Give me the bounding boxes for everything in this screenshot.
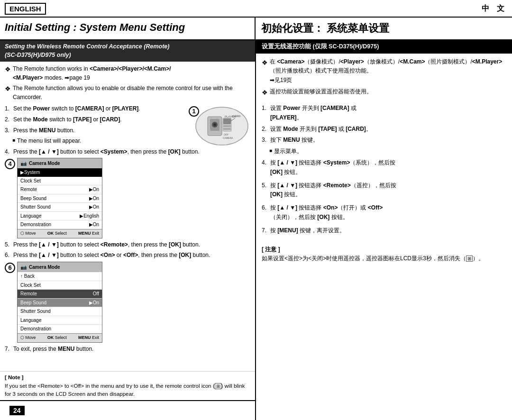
page: ENGLISH 中 文 Initial Setting : System Men… — [0, 0, 512, 420]
note-label: [ Note ] — [5, 374, 24, 380]
camera-diagram: PLAYER OFF CAMERA CARD — [193, 105, 250, 147]
right-step-text-2: 设置 Mode 开关到 [TAPE] 或 [CARD]。 — [270, 125, 372, 134]
svg-point-4 — [213, 123, 216, 126]
bullet-item-2: ❖ The Remote function allows you to enab… — [5, 84, 250, 101]
step-text-4: Press the [▲ / ▼] button to select <Syst… — [13, 147, 200, 156]
menu-row-demo-1: Demonstration▶On — [18, 220, 102, 229]
right-step-3: 3. 按下 MENU 按键。 — [262, 136, 506, 145]
right-step-num-2: 2. — [262, 125, 270, 134]
menu-row-remote-2: RemoteOff — [18, 290, 102, 299]
right-step-text-7: 按 [MENU] 按键，离开设置。 — [270, 226, 345, 236]
menu-row-remote-1: Remote▶On — [18, 185, 102, 194]
diamond-bullet-icon: ❖ — [5, 64, 11, 75]
menu-box-2-header: 📷 Camera Mode — [18, 262, 102, 272]
right-step-num-6: 6. — [262, 203, 270, 213]
right-step-text-3: 按下 MENU 按键。 — [270, 136, 319, 145]
right-step-6: 6. 按 [▲ / ▼] 按钮选择 <On>（打开）或 <Off>（关闭），然后… — [262, 203, 506, 222]
right-step-num-4: 4. — [262, 158, 270, 168]
step-text-1: Set the Power switch to [CAMERA] or [PLA… — [13, 104, 140, 113]
menu-row-beep-1: Beep Sound▶On — [18, 194, 102, 203]
menu-row-language-2: Language — [18, 316, 102, 325]
svg-text:CAMERA: CAMERA — [223, 137, 233, 139]
top-header: ENGLISH 中 文 — [0, 0, 512, 18]
left-header-line1: Setting the Wireless Remote Control Acce… — [5, 43, 169, 50]
menu-footer-2: ⬡ Move OK Select MENU Exit — [18, 333, 102, 342]
left-header-line2: (SC-D375(H)/D975 only) — [5, 52, 71, 58]
right-step-text-1: 设置 Power 开关到 [CAMERA] 或[PLAYER]。 — [270, 104, 357, 123]
step-3-sub: ■ The menu list will appear. — [12, 137, 189, 146]
menu-row-system: ▶System — [18, 168, 102, 177]
right-step-4: 4. 按 [▲ / ▼] 按钮选择 <System>（系统），然后按[OK] 按… — [262, 158, 506, 177]
step-num-2: 2. — [5, 115, 13, 124]
bullet-text-2: The Remote function allows you to enable… — [13, 84, 250, 101]
chinese-header-label: 中 文 — [482, 4, 507, 14]
main-title-row: Initial Setting : System Menu Setting 初始… — [0, 18, 512, 40]
right-column: 设置无线遥控功能 (仅限 SC-D375(H)/D975) ❖ 在 <Camer… — [256, 40, 512, 420]
svg-text:CARD: CARD — [232, 115, 241, 118]
bullet-text-1: The Remote function works in <Camera>/<P… — [13, 64, 171, 82]
english-badge: ENGLISH — [5, 3, 46, 15]
left-section-header: Setting the Wireless Remote Control Acce… — [0, 40, 255, 62]
menu-box-1-header: 📷 Camera Mode — [18, 158, 102, 168]
menu-row-demo-2: Demonstration — [18, 325, 102, 333]
step-2: 2. Set the Mode switch to [TAPE] or [CAR… — [5, 115, 189, 124]
note-section: [ Note ] If you set the <Remote> to <Off… — [0, 371, 255, 400]
menu-row-back: ↑ Back — [18, 272, 102, 281]
step-circle-4: 4 — [5, 159, 15, 169]
menu-footer-1: ⬡ Move OK Select MENU Exit — [18, 229, 102, 238]
svg-rect-7 — [223, 125, 231, 127]
square-bullet-icon: ■ — [12, 137, 15, 144]
step-text-2: Set the Mode switch to [TAPE] or [CARD]. — [13, 115, 122, 124]
right-square-bullet: ■ — [269, 147, 272, 155]
camera-icon-1: 📷 — [20, 159, 27, 167]
svg-rect-6 — [223, 119, 231, 124]
right-note-text: 如果设置<遥控>为<关闭>时使用遥控器，遥控器图标在LCD显示3秒，然后消失（⊞… — [262, 255, 484, 262]
right-step-5: 5. 按 [▲ / ▼] 按钮选择 <Remote>（遥控），然后按[OK] 按… — [262, 181, 506, 200]
step-text-5: Press the [▲ / ▼] button to select <Remo… — [13, 240, 200, 249]
right-step-num-5: 5. — [262, 181, 270, 191]
step-5: 5. Press the [▲ / ▼] button to select <R… — [5, 240, 250, 249]
two-col-layout: Setting the Wireless Remote Control Acce… — [0, 40, 512, 420]
right-section-header: 设置无线遥控功能 (仅限 SC-D375(H)/D975) — [256, 40, 512, 54]
note-text: If you set the <Remote> to <Off> in the … — [5, 383, 245, 397]
right-bullet-text-2: 遥控功能设置能够设置遥控器能否使用。 — [270, 87, 372, 97]
menu-box-1: 📷 Camera Mode ▶System Clock Set Remote▶O… — [17, 158, 102, 238]
right-bullet-2: ❖ 遥控功能设置能够设置遥控器能否使用。 — [262, 87, 506, 98]
menu-row-clockset-2: Clock Set — [18, 281, 102, 290]
step-num-4: 4. — [5, 147, 13, 156]
right-step-num-3: 3. — [262, 136, 270, 145]
step-text-6: Press the [▲ / ▼] button to select <On> … — [13, 251, 210, 260]
right-bullet-1: ❖ 在 <Camera>（摄像模式）/<Player>（放像模式）/<M.Cam… — [262, 57, 506, 85]
svg-rect-8 — [223, 128, 231, 130]
menu-row-clockset-1: Clock Set — [18, 177, 102, 186]
step-text-3: Press the MENU button. — [13, 126, 74, 135]
menu-row-beep-2: Beep Sound▶On — [18, 299, 102, 308]
right-diamond-1: ❖ — [262, 57, 268, 68]
step-1: 1. Set the Power switch to [CAMERA] or [… — [5, 104, 189, 113]
step-num-1: 1. — [5, 104, 13, 113]
step-num-7: 7. — [5, 345, 13, 354]
right-step-text-5: 按 [▲ / ▼] 按钮选择 <Remote>（遥控），然后按[OK] 按钮。 — [270, 181, 396, 200]
step-3-sub-text: The menu list will appear. — [17, 137, 81, 146]
right-header-text: 设置无线遥控功能 (仅限 SC-D375(H)/D975) — [262, 43, 379, 50]
right-step-text-6: 按 [▲ / ▼] 按钮选择 <On>（打开）或 <Off>（关闭），然后按 [… — [270, 203, 383, 222]
step-circle-6: 6 — [5, 263, 15, 273]
step-num-5: 5. — [5, 240, 13, 249]
right-step-3-sub-text: 显示菜单。 — [274, 147, 302, 156]
right-step-num-7: 7. — [262, 226, 270, 236]
step-num-3: 3. — [5, 126, 13, 135]
camera-icon-2: 📷 — [20, 263, 27, 271]
step-7: 7. To exit, press the MENU button. — [5, 345, 250, 354]
step-num-6: 6. — [5, 251, 13, 260]
right-note-label: [ 注意 ] — [262, 246, 280, 253]
diamond-bullet-icon-2: ❖ — [5, 84, 11, 94]
menu-row-language-1: Language▶English — [18, 212, 102, 221]
right-step-3-sub: ■ 显示菜单。 — [269, 147, 506, 156]
left-col-body: ❖ The Remote function works in <Camera>/… — [0, 62, 255, 371]
menu-row-shutter-1: Shutter Sound▶On — [18, 203, 102, 212]
step-3: 3. Press the MENU button. — [5, 126, 189, 135]
right-step-text-4: 按 [▲ / ▼] 按钮选择 <System>（系统），然后按[OK] 按钮。 — [270, 158, 395, 177]
right-step-1: 1. 设置 Power 开关到 [CAMERA] 或[PLAYER]。 — [262, 104, 506, 123]
menu-box-2: 📷 Camera Mode ↑ Back Clock Set RemoteOff… — [17, 262, 102, 342]
step-6: 6. Press the [▲ / ▼] button to select <O… — [5, 251, 250, 260]
